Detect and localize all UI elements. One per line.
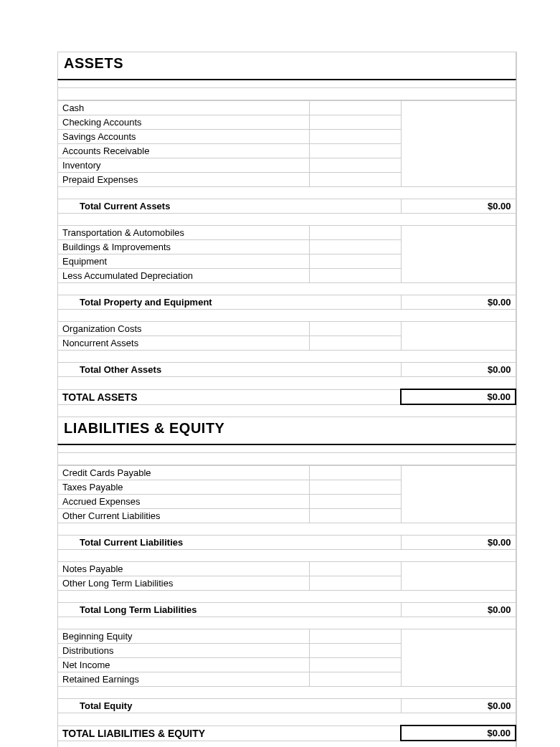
item-input[interactable] <box>310 658 402 672</box>
spacer <box>58 187 516 199</box>
subtotal-value: $0.00 <box>401 295 516 310</box>
spacer <box>57 88 516 100</box>
spacer <box>58 214 516 226</box>
item-input[interactable] <box>310 226 402 240</box>
spacer <box>58 351 516 363</box>
subtotal-label: Total Long Term Liabilities <box>58 603 402 617</box>
subtotal-row: Total Property and Equipment $0.00 <box>58 295 516 310</box>
item-label: Notes Payable <box>58 562 310 576</box>
item-input[interactable] <box>310 562 402 576</box>
item-label: Accrued Expenses <box>58 495 310 509</box>
item-input[interactable] <box>310 144 402 158</box>
liabilities-table: Credit Cards Payable Taxes Payable Accru… <box>57 465 516 747</box>
spacer <box>58 404 516 417</box>
subtotal-label: Total Current Liabilities <box>58 536 402 550</box>
subtotal-row: Total Equity $0.00 <box>58 699 516 713</box>
spacer <box>58 283 516 295</box>
subtotal-label: Total Property and Equipment <box>58 295 402 310</box>
item-label: Distributions <box>58 644 310 658</box>
spacer <box>58 523 516 536</box>
item-label: Beginning Equity <box>58 629 310 644</box>
item-input[interactable] <box>310 672 402 687</box>
blank <box>401 322 516 351</box>
item-input[interactable] <box>310 101 402 115</box>
subtotal-value: $0.00 <box>401 699 516 713</box>
assets-table: Cash Checking Accounts Savings Accounts … <box>57 100 516 417</box>
item-label: Other Current Liabilities <box>58 509 310 523</box>
item-input[interactable] <box>310 173 402 187</box>
item-input[interactable] <box>310 240 402 254</box>
spacer <box>58 687 516 699</box>
item-input[interactable] <box>310 480 402 495</box>
subtotal-value: $0.00 <box>401 199 516 214</box>
item-label: Accounts Receivable <box>58 144 310 158</box>
item-input[interactable] <box>310 495 402 509</box>
subtotal-value: $0.00 <box>401 363 516 377</box>
item-label: Less Accumulated Depreciation <box>58 269 310 283</box>
item-label: Organization Costs <box>58 322 310 336</box>
grand-total-value: $0.00 <box>401 725 516 741</box>
grand-total-value: $0.00 <box>401 389 516 404</box>
blank <box>401 562 516 591</box>
item-label: Noncurrent Assets <box>58 336 310 351</box>
subtotal-row: Total Current Assets $0.00 <box>58 199 516 214</box>
blank <box>401 101 516 187</box>
subtotal-label: Total Other Assets <box>58 363 402 377</box>
item-label: Net Income <box>58 658 310 672</box>
subtotal-row: Total Long Term Liabilities $0.00 <box>58 603 516 617</box>
spacer <box>58 617 516 629</box>
item-label: Equipment <box>58 254 310 269</box>
spacer <box>58 377 516 390</box>
item-input[interactable] <box>310 269 402 283</box>
subtotal-label: Total Equity <box>58 699 402 713</box>
item-label: Inventory <box>58 158 310 173</box>
line-item: Credit Cards Payable <box>58 466 516 480</box>
spacer <box>57 453 516 465</box>
spacer <box>58 550 516 562</box>
item-input[interactable] <box>310 466 402 480</box>
item-input[interactable] <box>310 158 402 173</box>
item-input[interactable] <box>310 254 402 269</box>
subtotal-row: Total Current Liabilities $0.00 <box>58 536 516 550</box>
subtotal-label: Total Current Assets <box>58 199 402 214</box>
item-input[interactable] <box>310 322 402 336</box>
item-label: Taxes Payable <box>58 480 310 495</box>
grand-total-label: TOTAL ASSETS <box>58 389 402 404</box>
line-item: Beginning Equity <box>58 629 516 644</box>
subtotal-row: Total Other Assets $0.00 <box>58 363 516 377</box>
item-input[interactable] <box>310 130 402 144</box>
item-input[interactable] <box>310 115 402 130</box>
spacer <box>58 741 516 747</box>
item-label: Credit Cards Payable <box>58 466 310 480</box>
liabilities-heading: LIABILITIES & EQUITY <box>57 417 516 444</box>
subtotal-value: $0.00 <box>401 536 516 550</box>
item-label: Checking Accounts <box>58 115 310 130</box>
item-label: Savings Accounts <box>58 130 310 144</box>
item-input[interactable] <box>310 336 402 351</box>
subtotal-value: $0.00 <box>401 603 516 617</box>
item-input[interactable] <box>310 644 402 658</box>
line-item: Transportation & Automobiles <box>58 226 516 240</box>
line-item: Cash <box>58 101 516 115</box>
grand-total-label: TOTAL LIABILITIES & EQUITY <box>58 725 402 741</box>
liabilities-underline <box>57 444 516 453</box>
item-label: Buildings & Improvements <box>58 240 310 254</box>
grand-total-row: TOTAL ASSETS $0.00 <box>58 389 516 404</box>
line-item: Notes Payable <box>58 562 516 576</box>
spacer <box>58 591 516 603</box>
item-label: Transportation & Automobiles <box>58 226 310 240</box>
item-label: Retained Earnings <box>58 672 310 687</box>
item-label: Other Long Term Liabilities <box>58 576 310 591</box>
blank <box>401 226 516 283</box>
blank <box>401 466 516 523</box>
item-label: Cash <box>58 101 310 115</box>
item-input[interactable] <box>310 576 402 591</box>
spacer <box>58 310 516 322</box>
grand-total-row: TOTAL LIABILITIES & EQUITY $0.00 <box>58 725 516 741</box>
assets-underline <box>57 79 516 88</box>
item-input[interactable] <box>310 629 402 644</box>
item-input[interactable] <box>310 509 402 523</box>
item-label: Prepaid Expenses <box>58 173 310 187</box>
spacer <box>58 713 516 726</box>
assets-heading: ASSETS <box>57 52 516 79</box>
